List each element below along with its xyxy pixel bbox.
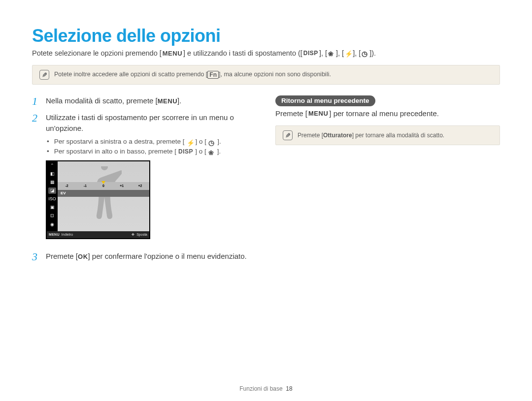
shutter-key: Otturatore [323,132,352,139]
step-1: 1 Nella modalità di scatto, premete [MEN… [32,95,257,107]
subtitle-text: ] e utilizzando i tasti di spostamento (… [183,49,302,57]
step-number: 1 [32,95,41,107]
menu-key-icon: MENU [158,97,177,106]
note-text-part: Premete [ [298,132,323,139]
note-text-part: Potete inoltre accedere alle opzioni di … [54,71,207,78]
note-text: Potete inoltre accedere alle opzioni di … [54,71,331,79]
bullet-text: Per spostarvi a sinistra o a destra, pre… [54,137,185,147]
subtitle-text: Potete selezionare le opzioni premendo [ [32,49,162,57]
step-text: ]. [177,96,181,105]
step-text: Nella modalità di scatto, premete [ [46,96,158,105]
page-footer: Funzioni di base 18 [0,385,532,392]
step-number: 3 [32,251,41,263]
manual-page: Selezione delle opzioni Potete seleziona… [0,0,532,401]
move-joystick-icon: ✥ [132,232,134,237]
step-3: 3 Premete [OK] per confermare l'opzione … [32,251,257,263]
timer-icon [208,138,215,145]
bullet-text: ]. [217,147,221,156]
subtitle-text: ], [ [353,49,361,57]
camera-menu-item: ▣ [48,204,56,211]
bullet-text: ] o [ [195,147,206,156]
note-box: Premete [Otturatore] per tornare alla mo… [275,125,500,145]
disp-key-icon: DISP [303,50,318,57]
camera-menu-item: ⊡ [48,213,56,219]
right-column-text: Premete [ MENU ] per tornare al menu pre… [275,109,500,118]
page-number: 18 [286,385,292,392]
subtitle-text: ], [ [336,49,344,57]
back-label: Indietro [62,232,73,237]
footer-section: Funzioni di base [239,385,282,392]
camera-menu-item: ◉ [48,221,56,228]
ruler-tick: +2 [131,184,149,188]
flash-icon [345,50,352,57]
left-column: 1 Nella modalità di scatto, premete [MEN… [32,95,257,268]
step-list: 1 Nella modalità di scatto, premete [MEN… [32,95,257,263]
text-part: Premete [ [275,109,307,118]
bullet-text: ]. [217,137,221,147]
ruler-tick: +1 [113,184,131,188]
page-subtitle: Potete selezionare le opzioni premendo [… [32,49,500,57]
menu-key-icon: MENU [49,232,60,237]
ruler-marker [101,181,105,184]
subtitle-text: ]). [369,49,376,57]
ruler-tick: 0 [94,184,112,188]
camera-menu-item: ▦ [48,179,56,185]
step-body: Utilizzate i tasti di spostamento per sc… [46,112,257,246]
flash-icon [187,138,194,145]
note-text-part: ], ma alcune opzioni non sono disponibil… [219,71,331,78]
bullet-text: Per spostarvi in alto o in basso, premet… [54,147,176,156]
sub-bullet: Per spostarvi in alto o in basso, premet… [47,147,257,156]
note-text: Premete [Otturatore] per tornare alla mo… [298,132,444,139]
step-text: Premete [ [46,252,78,260]
menu-key-icon: MENU [163,50,182,57]
camera-menu-item-selected: ◪ [48,187,56,194]
sub-bullet-list: Per spostarvi a sinistra o a destra, pre… [46,137,257,157]
step-number: 2 [32,112,41,246]
chevron-up-icon: ⌃ [50,162,54,169]
step-text: ] per confermare l'opzione o il menu evi… [88,252,247,260]
camera-side-menu: ⌃ ◧ ▦ ◪ ISO ▣ ⊡ ◉ ⌄ [47,161,58,231]
camera-bottom-bar: MENU Indietro ✥ Sposta [47,231,149,238]
section-pill: Ritorno al menu precedente [275,95,375,106]
step-text: Utilizzate i tasti di spostamento per sc… [46,113,234,132]
fn-key-icon: Fn [207,71,219,79]
ruler-tick: -1 [76,184,94,188]
camera-menu-item: ◧ [48,171,56,177]
note-icon [283,130,293,140]
text-part: ] per tornare al menu precedente. [329,109,439,118]
ev-ruler: -2 -1 0 +1 +2 [58,182,149,190]
menu-key-icon: MENU [308,110,328,117]
step-body: Premete [OK] per confermare l'opzione o … [46,251,257,263]
step-body: Nella modalità di scatto, premete [MENU]… [46,95,257,107]
camera-screenshot: ⌃ ◧ ▦ ◪ ISO ▣ ⊡ ◉ ⌄ -2 [46,160,150,239]
macro-icon [328,50,335,57]
bullet-text: ] o [ [196,137,207,147]
ok-key-icon: OK [78,252,88,262]
ev-label-bar: EV [58,190,149,197]
macro-icon [208,148,215,155]
step-2: 2 Utilizzate i tasti di spostamento per … [32,112,257,246]
ruler-tick: -2 [58,184,76,188]
page-title: Selezione delle opzioni [32,26,500,46]
right-column: Ritorno al menu precedente Premete [ MEN… [275,95,500,268]
content-columns: 1 Nella modalità di scatto, premete [MEN… [32,95,500,268]
disp-key-icon: DISP [178,147,193,156]
note-box: Potete inoltre accedere alle opzioni di … [32,65,500,85]
note-text-part: ] per tornare alla modalità di scatto. [352,132,444,139]
move-label: Sposta [136,232,147,237]
note-icon [39,70,49,80]
timer-icon [362,50,368,57]
camera-menu-item: ISO [48,196,56,202]
sub-bullet: Per spostarvi a sinistra o a destra, pre… [47,137,257,147]
subtitle-text: ], [ [319,49,327,57]
